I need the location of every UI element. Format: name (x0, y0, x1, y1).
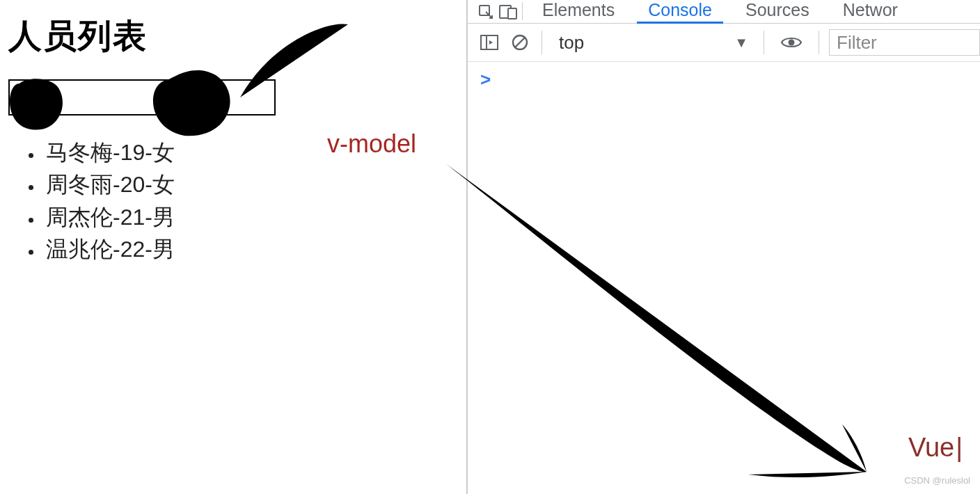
filter-placeholder: Filter (837, 32, 877, 54)
svg-line-6 (515, 38, 525, 47)
divider (522, 2, 523, 20)
people-list: 马冬梅-19-女 周冬雨-20-女 周杰伦-21-男 温兆伦-22-男 (43, 136, 466, 266)
list-item: 周冬雨-20-女 (43, 168, 466, 200)
tab-console[interactable]: Console (631, 1, 729, 23)
list-item: 周杰伦-21-男 (43, 201, 466, 233)
list-item: 温兆伦-22-男 (43, 233, 466, 265)
page-content: 人员列表 马冬梅-19-女 周冬雨-20-女 周杰伦-21-男 温兆伦-22-男 (0, 0, 466, 494)
inspect-icon[interactable] (475, 1, 497, 23)
clear-console-icon[interactable] (508, 31, 532, 54)
tab-elements[interactable]: Elements (525, 1, 631, 23)
search-input[interactable] (8, 79, 276, 115)
tab-network[interactable]: Networ (826, 1, 915, 23)
divider (542, 31, 542, 54)
page-title: 人员列表 (8, 14, 466, 58)
toggle-sidebar-icon[interactable] (477, 31, 501, 54)
console-body[interactable]: > (468, 62, 980, 97)
console-toolbar: top ▼ Filter (468, 24, 980, 62)
divider (819, 31, 819, 54)
divider (764, 31, 764, 54)
console-prompt: > (480, 69, 491, 90)
list-item: 马冬梅-19-女 (43, 136, 466, 168)
svg-rect-2 (508, 8, 516, 19)
context-label: top (559, 32, 584, 54)
chevron-down-icon: ▼ (734, 35, 748, 51)
filter-input[interactable]: Filter (829, 29, 980, 56)
svg-point-7 (789, 40, 795, 46)
devtools-tabs: Elements Console Sources Networ (468, 0, 980, 24)
device-toggle-icon[interactable] (497, 1, 519, 23)
tab-sources[interactable]: Sources (729, 1, 826, 23)
watermark: CSDN @ruleslol (904, 475, 970, 486)
live-expression-icon[interactable] (780, 31, 803, 54)
devtools-panel: Elements Console Sources Networ top ▼ (466, 0, 980, 494)
execution-context-select[interactable]: top ▼ (552, 29, 754, 56)
